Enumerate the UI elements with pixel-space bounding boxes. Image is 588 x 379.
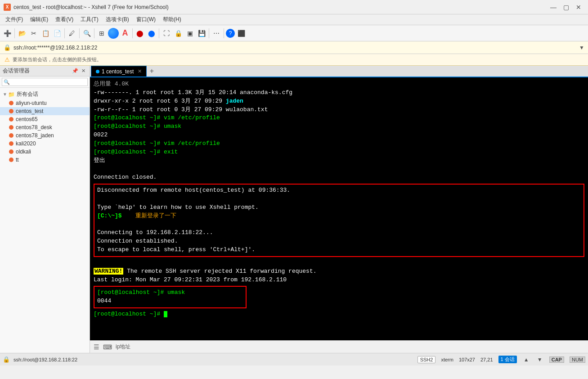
notif-icon: ⚠	[4, 56, 10, 63]
toolbar-term[interactable]: ▣	[184, 28, 195, 39]
session-label: centos65	[16, 116, 38, 122]
highlight-box-2: [root@localhost ~]# umask 0044	[94, 286, 247, 308]
terminal-line: Type `help' to learn how to use Xshell p…	[97, 203, 581, 212]
new-button[interactable]: ➕	[2, 28, 13, 39]
session-panel-header: 会话管理器 📌 ✕	[0, 66, 90, 77]
cap-badge: CAP	[549, 356, 564, 363]
tab-close-icon[interactable]: ✕	[138, 68, 142, 74]
scroll-down-btn[interactable]: ▼	[536, 356, 544, 364]
session-label: centos78_jaden	[16, 132, 54, 139]
session-tree: ▼ 📁 所有会话 aliyun-utuntu centos_test cento…	[0, 88, 90, 353]
dot-icon	[9, 133, 13, 138]
toolbar-A[interactable]: A	[120, 28, 130, 39]
toolbar-compose[interactable]: 🖊	[67, 28, 77, 39]
num-badge: NUM	[570, 356, 585, 363]
session-item-tt[interactable]: tt	[0, 156, 90, 164]
close-panel-icon[interactable]: ✕	[80, 68, 87, 75]
toolbar-blue1[interactable]: ⬤	[146, 28, 157, 39]
terminal-line: 登出	[94, 157, 584, 165]
cmd-label: ip地址	[116, 343, 130, 351]
toolbar-save[interactable]: 💾	[196, 28, 207, 39]
session-panel-icons: 📌 ✕	[72, 68, 87, 75]
toolbar-help[interactable]: ?	[226, 29, 235, 38]
tree-root[interactable]: ▼ 📁 所有会话	[0, 90, 90, 99]
toolbar-lock[interactable]: 🔒	[173, 28, 184, 39]
new-tab-button[interactable]: +	[147, 66, 157, 76]
status-bar: 🔒 ssh://root@192.168.2.118:22 SSH2 xterm…	[0, 353, 588, 365]
dot-icon	[9, 149, 13, 154]
toolbar-btn3[interactable]: 📋	[40, 28, 51, 39]
menu-help[interactable]: 帮助(H)	[159, 15, 185, 24]
toolbar-dots[interactable]: ⋯	[211, 28, 222, 39]
session-item-aliyun[interactable]: aliyun-utuntu	[0, 99, 90, 107]
terminal-line: drwxr-xr-x 2 root root 6 3月 27 09:29 jad…	[94, 97, 584, 106]
sessions-badge: 1 会话	[498, 356, 517, 363]
menu-edit[interactable]: 编辑(E)	[27, 15, 52, 24]
toolbar-extra[interactable]: ⬛	[236, 28, 247, 39]
terminal-line: Last login: Mon Mar 27 09:22:31 2023 fro…	[94, 276, 584, 284]
maximize-button[interactable]: ▢	[560, 1, 572, 13]
menu-window[interactable]: 窗口(W)	[133, 15, 159, 24]
sep2	[64, 28, 65, 38]
toolbar-red1[interactable]: ⬤	[135, 28, 145, 39]
minimize-button[interactable]: —	[548, 1, 559, 13]
menu-view[interactable]: 查看(V)	[52, 15, 77, 24]
sep1	[14, 28, 15, 38]
terminal-line	[94, 165, 584, 173]
toolbar-grid[interactable]: ⊞	[96, 28, 107, 39]
tab-label: 1 centos_test	[102, 68, 134, 75]
menu-bar: 文件(F) 编辑(E) 查看(V) 工具(T) 选项卡(B) 窗口(W) 帮助(…	[0, 14, 588, 25]
dot-icon	[9, 141, 13, 146]
terminal[interactable]: 总用量 4.0K -rw-------. 1 root root 1.3K 3月…	[90, 77, 588, 340]
cursor	[164, 311, 167, 317]
terminal-line: 总用量 4.0K	[94, 80, 584, 89]
session-search-input[interactable]	[2, 78, 88, 86]
cursor-pos: 27,21	[480, 357, 493, 362]
terminal-line: [root@localhost ~]# umask	[97, 289, 243, 297]
terminal-line: Connection established.	[97, 237, 581, 246]
terminal-line: [root@localhost ~]# exit	[94, 148, 584, 157]
menu-file[interactable]: 文件(F)	[2, 15, 27, 24]
session-item-centos78-jaden[interactable]: centos78_jaden	[0, 131, 90, 140]
folder-icon: 📁	[8, 91, 15, 98]
open-button[interactable]: 📂	[17, 28, 27, 39]
notif-text: 要添加当前会话，点击左侧的箭头按钮。	[13, 56, 102, 63]
session-item-centos78-desk[interactable]: centos78_desk	[0, 123, 90, 131]
menu-icon[interactable]: ☰	[94, 343, 99, 351]
session-item-oldkali[interactable]: oldkali	[0, 148, 90, 156]
session-label: centos78_desk	[16, 124, 52, 131]
session-search	[0, 77, 90, 88]
globe-icon	[108, 28, 119, 39]
session-item-kali2020[interactable]: kali2020	[0, 140, 90, 148]
toolbar-btn2[interactable]: ✂	[28, 28, 39, 39]
status-left: 🔒 ssh://root@192.168.2.118:22	[3, 356, 77, 363]
terminal-line: 0022	[94, 131, 584, 140]
menu-tools[interactable]: 工具(T)	[77, 15, 102, 24]
app-icon: X	[4, 4, 11, 11]
session-item-centos65[interactable]: centos65	[0, 115, 90, 123]
sep3	[79, 28, 80, 38]
pin-icon[interactable]: 📌	[72, 68, 79, 75]
terminal-line: To escape to local shell, press 'Ctrl+Al…	[97, 246, 581, 254]
tree-root-label: 所有会话	[17, 90, 38, 98]
keyboard-icon[interactable]: ⌨	[103, 343, 112, 351]
lock-icon: 🔒	[4, 44, 11, 51]
address-dropdown[interactable]: ▼	[579, 45, 584, 51]
terminal-line	[97, 195, 581, 203]
toolbar-expand[interactable]: ⛶	[161, 28, 172, 39]
terminal-size: 107x27	[459, 357, 475, 362]
tab-centos-test[interactable]: 1 centos_test ✕	[91, 66, 147, 77]
toolbar-btn4[interactable]: 📄	[52, 28, 63, 39]
main-layout: 会话管理器 📌 ✕ ▼ 📁 所有会话 aliyun-utuntu centos_…	[0, 66, 588, 353]
terminal-line: -rw-r--r-- 1 root root 0 3月 27 09:29 wul…	[94, 106, 584, 114]
tab-dot	[96, 70, 99, 73]
close-button[interactable]: ✕	[573, 1, 584, 13]
scroll-up-btn[interactable]: ▲	[522, 356, 530, 364]
toolbar-search[interactable]: 🔍	[81, 28, 92, 39]
session-item-centos-test[interactable]: centos_test	[0, 107, 90, 115]
menu-tab[interactable]: 选项卡(B)	[102, 15, 133, 24]
terminal-line: [root@localhost ~]# umask	[94, 122, 584, 131]
dot-icon	[9, 117, 13, 122]
terminal-line: [root@localhost ~]#	[94, 310, 584, 319]
session-label: centos_test	[16, 108, 43, 114]
